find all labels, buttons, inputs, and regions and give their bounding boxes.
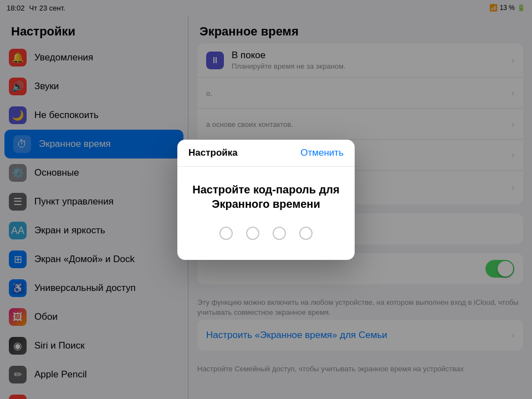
modal-overlay[interactable]: Настройка Отменить Настройте код-пароль … [0, 0, 532, 399]
pin-dot-2 [246, 227, 259, 240]
modal-body: Настройте код-пароль дляЭкранного времен… [177, 167, 355, 260]
pin-dot-1 [219, 227, 233, 240]
modal-title: Настройка [188, 147, 238, 158]
modal-body-title: Настройте код-пароль дляЭкранного времен… [188, 182, 344, 211]
pin-dot-4 [299, 227, 313, 240]
modal-header: Настройка Отменить [177, 140, 355, 167]
pin-dots-container [188, 227, 344, 240]
pin-dot-3 [273, 227, 286, 240]
modal-cancel-button[interactable]: Отменить [300, 147, 344, 158]
modal-dialog: Настройка Отменить Настройте код-пароль … [177, 140, 355, 260]
